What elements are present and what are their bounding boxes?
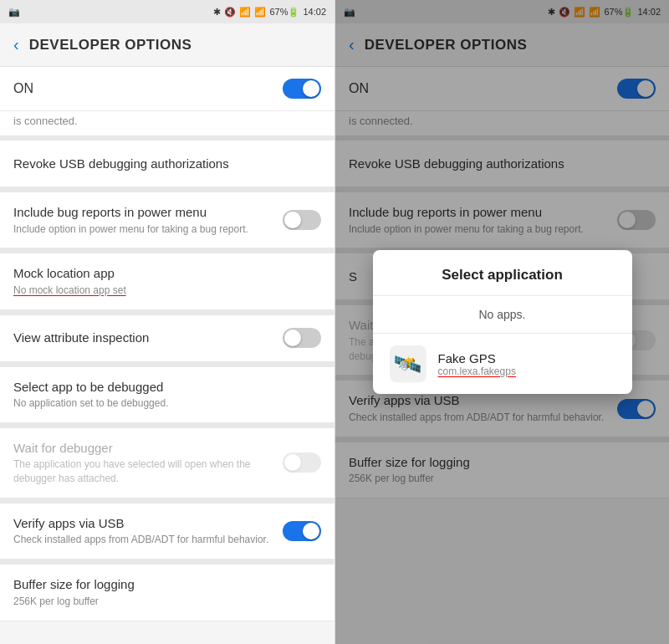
buffer-size-item[interactable]: Buffer size for logging 256K per log buf… <box>0 565 334 621</box>
status-bar-right-icons: ✱ 🔇 📶 📶 67%🔋 14:02 <box>213 7 326 18</box>
wait-debugger-toggle-thumb <box>284 454 301 471</box>
fake-gps-icon: 🛰️ <box>390 345 426 382</box>
bug-reports-title: Include bug reports in power menu <box>13 204 276 221</box>
on-label-left: ON <box>13 81 33 96</box>
mock-location-subtitle: No mock location app set <box>13 284 314 298</box>
fake-gps-name: Fake GPS <box>438 351 615 365</box>
header-left: ‹ DEVELOPER OPTIONS <box>0 23 334 67</box>
wait-debugger-item: Wait for debugger The application you ha… <box>0 428 334 498</box>
main-toggle-left[interactable] <box>283 79 321 99</box>
fake-gps-package: com.lexa.fakegps <box>438 365 615 377</box>
time-display: 14:02 <box>303 7 326 17</box>
mock-location-text: Mock location app No mock location app s… <box>13 265 321 297</box>
left-panel: 📷 ✱ 🔇 📶 📶 67%🔋 14:02 ‹ DEVELOPER OPTIONS… <box>0 0 334 644</box>
gps-emoji-icon: 🛰️ <box>393 350 422 378</box>
mock-location-item[interactable]: Mock location app No mock location app s… <box>0 253 334 309</box>
dialog-no-apps: No apps. <box>373 296 632 334</box>
buffer-size-title: Buffer size for logging <box>13 576 314 593</box>
sim-icon: 📷 <box>8 7 20 18</box>
fake-gps-item[interactable]: 🛰️ Fake GPS com.lexa.fakegps <box>373 334 632 394</box>
buffer-size-text: Buffer size for logging 256K per log buf… <box>13 576 321 608</box>
select-app-subtitle: No application set to be debugged. <box>13 396 314 411</box>
bug-reports-item[interactable]: Include bug reports in power menu Includ… <box>0 192 334 248</box>
revoke-usb-item[interactable]: Revoke USB debugging authorizations <box>0 141 334 187</box>
status-bar-left: 📷 ✱ 🔇 📶 📶 67%🔋 14:02 <box>0 0 334 23</box>
wifi-icon: 📶 <box>239 7 251 18</box>
bug-reports-toggle-thumb <box>284 212 301 228</box>
buffer-size-subtitle: 256K per log buffer <box>13 595 314 609</box>
bug-reports-text: Include bug reports in power menu Includ… <box>13 204 283 236</box>
page-title-left: DEVELOPER OPTIONS <box>29 37 192 54</box>
select-app-text: Select app to be debugged No application… <box>13 379 321 411</box>
verify-apps-item[interactable]: Verify apps via USB Check installed apps… <box>0 503 334 560</box>
bluetooth-icon: ✱ <box>213 7 221 18</box>
dialog-title: Select application <box>373 267 632 296</box>
toggle-thumb-left <box>303 80 319 97</box>
view-attribute-text: View attribute inspection <box>13 330 283 346</box>
back-button[interactable]: ‹ <box>13 35 19 54</box>
view-attribute-toggle[interactable] <box>283 328 321 348</box>
wait-debugger-text: Wait for debugger The application you ha… <box>13 440 283 486</box>
wait-debugger-title: Wait for debugger <box>13 440 276 457</box>
status-bar-left-icons: 📷 <box>8 7 20 18</box>
wait-debugger-toggle <box>283 452 321 473</box>
select-app-title: Select app to be debugged <box>13 379 314 396</box>
dialog-overlay[interactable]: Select application No apps. 🛰️ Fake GPS … <box>335 0 669 644</box>
connected-row-left: is connected. <box>0 111 334 141</box>
revoke-usb-text: Revoke USB debugging authorizations <box>13 156 321 172</box>
battery-text: 67%🔋 <box>269 7 299 18</box>
content-left: ON is connected. Revoke USB debugging au… <box>0 67 334 644</box>
verify-apps-toggle-thumb <box>303 523 319 539</box>
select-application-dialog: Select application No apps. 🛰️ Fake GPS … <box>373 250 632 394</box>
verify-apps-title: Verify apps via USB <box>13 515 276 532</box>
fake-gps-info: Fake GPS com.lexa.fakegps <box>438 351 615 377</box>
bug-reports-toggle[interactable] <box>283 210 321 230</box>
verify-apps-text: Verify apps via USB Check installed apps… <box>13 515 283 547</box>
mock-location-title: Mock location app <box>13 265 314 282</box>
bug-reports-subtitle: Include option in power menu for taking … <box>13 222 276 237</box>
silent-icon: 🔇 <box>224 7 236 18</box>
view-attribute-item[interactable]: View attribute inspection <box>0 315 334 362</box>
right-panel: 📷 ✱ 🔇 📶 📶 67%🔋 14:02 ‹ DEVELOPER OPTIONS… <box>334 0 669 644</box>
connected-text-left: is connected. <box>13 115 78 127</box>
wait-debugger-subtitle: The application you have selected will o… <box>13 457 276 486</box>
view-attribute-toggle-thumb <box>284 330 301 346</box>
select-app-item[interactable]: Select app to be debugged No application… <box>0 367 334 423</box>
verify-apps-toggle[interactable] <box>283 521 321 541</box>
view-attribute-title: View attribute inspection <box>13 330 276 346</box>
signal-icon: 📶 <box>254 7 266 18</box>
verify-apps-subtitle: Check installed apps from ADB/ADT for ha… <box>13 533 276 547</box>
on-row-left: ON <box>0 67 334 111</box>
revoke-usb-title: Revoke USB debugging authorizations <box>13 156 314 172</box>
